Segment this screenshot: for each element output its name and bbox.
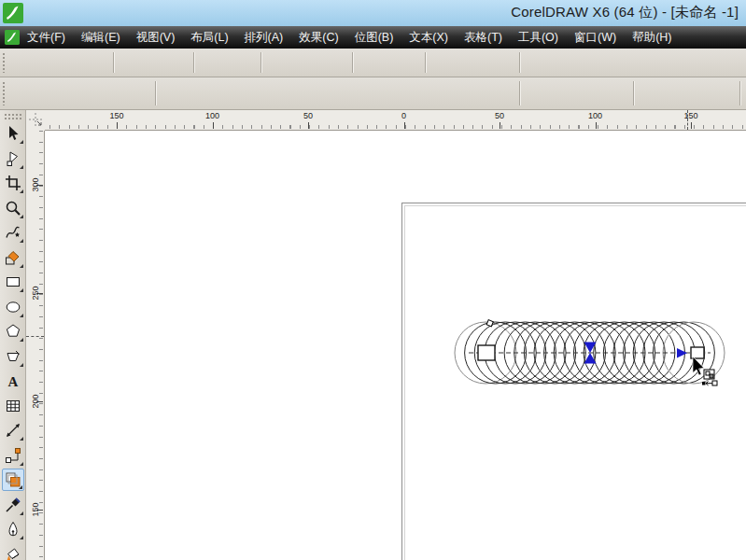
svg-text:A: A <box>7 374 18 389</box>
ruler-major-tick <box>596 122 597 129</box>
menu-item-effects[interactable]: 效果(C) <box>299 30 338 46</box>
cursor-position-marker-v <box>26 336 44 337</box>
horizontal-ruler[interactable]: 15010050050100150 <box>45 110 746 131</box>
polygon-tool[interactable] <box>2 320 24 343</box>
vertical-ruler[interactable]: 300250200150 <box>26 131 45 560</box>
flyout-indicator <box>20 165 23 169</box>
color-eyedropper-tool[interactable] <box>2 494 24 516</box>
flyout-indicator <box>19 485 22 489</box>
rectangle-tool[interactable] <box>2 271 24 293</box>
toolbar-separator <box>519 52 521 73</box>
blend-end-arrow[interactable] <box>677 348 687 358</box>
zoom-tool[interactable] <box>2 197 24 219</box>
coreldraw-logo-small-icon <box>5 30 20 45</box>
toolbox: A <box>0 110 26 560</box>
flyout-indicator <box>20 511 23 515</box>
flyout-indicator <box>20 437 23 441</box>
text-tool-icon: A <box>5 372 21 389</box>
ruler-label: 150 <box>31 502 40 516</box>
connector-tool[interactable] <box>2 444 24 467</box>
ruler-origin-icon <box>28 112 43 127</box>
ruler-label: 150 <box>109 111 123 120</box>
ruler-minor-ticks <box>39 131 43 560</box>
propbar-separator <box>739 81 741 105</box>
menu-item-layout[interactable]: 布局(L) <box>190 30 228 46</box>
ruler-label: 150 <box>683 111 697 120</box>
coreldraw-logo-icon <box>3 3 23 23</box>
flyout-indicator <box>20 140 23 144</box>
dimension-tool[interactable] <box>2 419 24 441</box>
ruler-label: 200 <box>31 394 40 408</box>
ruler-label: 100 <box>205 111 219 120</box>
ruler-major-tick <box>117 122 118 129</box>
ruler-major-tick <box>691 122 692 129</box>
menu-item-edit[interactable]: 编辑(E) <box>81 30 120 46</box>
crop-tool[interactable] <box>2 172 24 194</box>
blend-step-circle <box>624 322 685 384</box>
title-bar: CorelDRAW X6 (64 位) - [未命名 -1] <box>0 0 746 26</box>
toolbar-separator <box>113 52 115 73</box>
window-title: CorelDRAW X6 (64 位) - [未命名 -1] <box>511 4 739 21</box>
flyout-indicator <box>20 288 23 292</box>
toolbar-separator <box>425 52 427 73</box>
table-tool-icon <box>5 398 21 414</box>
menu-item-tools[interactable]: 工具(O) <box>518 30 558 46</box>
ellipse-tool[interactable] <box>2 296 24 318</box>
toolbar-separator <box>260 52 262 73</box>
flyout-indicator <box>20 215 23 218</box>
flyout-indicator <box>20 264 23 268</box>
blend-start-handle[interactable] <box>478 345 495 360</box>
ruler-major-tick <box>500 122 500 129</box>
propbar-separator <box>155 81 157 105</box>
flyout-indicator <box>20 462 23 466</box>
flyout-indicator <box>20 314 23 317</box>
ruler-origin-corner[interactable] <box>26 110 45 131</box>
menu-item-window[interactable]: 窗口(W) <box>574 30 616 46</box>
menu-item-text[interactable]: 文本(X) <box>409 30 448 46</box>
flyout-indicator <box>20 536 23 539</box>
control-node-handle[interactable] <box>486 320 493 327</box>
toolbox-drag-handle[interactable] <box>4 113 21 120</box>
menu-item-file[interactable]: 文件(F) <box>27 30 65 46</box>
smart-fill-tool[interactable] <box>2 246 24 269</box>
fill-tool[interactable] <box>2 543 24 560</box>
ruler-label: 50 <box>495 111 504 120</box>
ruler-major-tick <box>404 122 405 129</box>
ruler-label: 250 <box>31 286 40 300</box>
menu-item-arrange[interactable]: 排列(A) <box>245 30 284 46</box>
fill-tool-icon <box>5 546 21 560</box>
text-tool[interactable]: A <box>2 370 24 392</box>
menu-item-bitmaps[interactable]: 位图(B) <box>355 30 394 46</box>
toolbar-separator <box>352 52 354 73</box>
menu-item-view[interactable]: 视图(V) <box>136 30 176 46</box>
outline-pen-tool[interactable] <box>2 518 24 540</box>
property-bar-drag-handle[interactable] <box>2 81 7 105</box>
standard-toolbar: ▾ ▾ ▾ 54% ▾ 贴齐(P) ▾ <box>0 49 746 77</box>
ruler-label: 50 <box>303 111 313 120</box>
freehand-tool[interactable] <box>2 221 24 244</box>
propbar-separator <box>519 81 521 105</box>
table-tool[interactable] <box>2 395 24 417</box>
blend-step-circle <box>594 322 655 384</box>
ruler-minor-ticks <box>45 125 746 129</box>
ruler-label: 300 <box>31 177 40 191</box>
property-bar: 预设... ▾ x: y: ↔ ↕ # <box>0 77 746 110</box>
basic-shapes-tool[interactable] <box>2 345 24 368</box>
coreldraw-window: CorelDRAW X6 (64 位) - [未命名 -1] 文件(F)编辑(E… <box>0 0 746 560</box>
drawing-canvas[interactable] <box>45 131 746 560</box>
toolbar-drag-handle[interactable] <box>2 52 7 73</box>
ruler-label: 100 <box>588 111 602 120</box>
propbar-separator <box>633 81 635 105</box>
ruler-major-tick <box>213 122 214 129</box>
flyout-indicator <box>20 363 23 367</box>
pick-tool[interactable] <box>2 122 24 145</box>
blend-tool[interactable] <box>2 469 24 491</box>
ruler-major-tick <box>308 122 309 129</box>
menu-item-help[interactable]: 帮助(H) <box>632 30 671 46</box>
menu-item-table[interactable]: 表格(T) <box>464 30 502 46</box>
blend-step-circle <box>534 322 596 384</box>
toolbar-separator <box>193 52 195 73</box>
shape-tool[interactable] <box>2 147 24 170</box>
menu-bar: 文件(F)编辑(E)视图(V)布局(L)排列(A)效果(C)位图(B)文本(X)… <box>0 26 746 49</box>
flyout-indicator <box>20 239 23 243</box>
